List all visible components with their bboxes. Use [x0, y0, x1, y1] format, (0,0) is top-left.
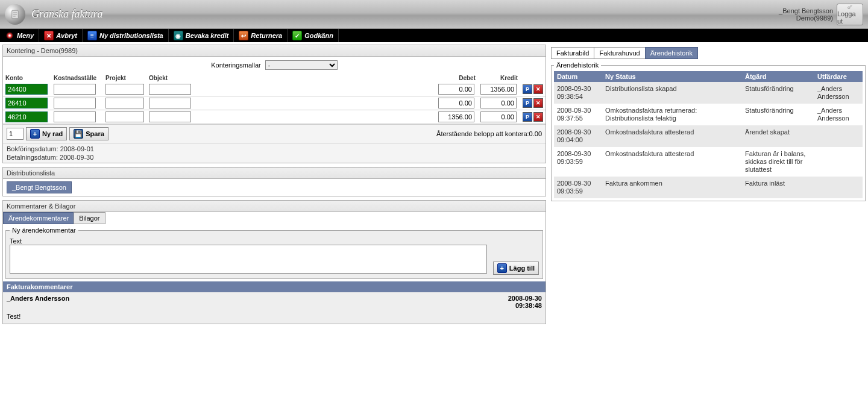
comment-text-label: Text [10, 237, 22, 245]
plus-icon: + [497, 263, 507, 273]
new-distribution-list-button[interactable]: ≡Ny distributionslista [83, 29, 169, 42]
hist-datum: 2008-09-30 09:37:55 [554, 104, 602, 125]
objekt-input[interactable] [149, 111, 191, 122]
list-icon: ≡ [87, 31, 97, 40]
col-konto: Konto [3, 74, 51, 83]
konteringsmallar-label: Konteringsmallar [211, 61, 261, 69]
grid-row: P✕ [3, 96, 546, 110]
history-row: 2008-09-30 09:37:55Omkostnadsfaktura ret… [554, 104, 863, 125]
plus-icon: + [30, 129, 40, 139]
row-delete-button[interactable]: ✕ [533, 112, 543, 122]
comments-header: Kommentarer & Bilagor [3, 201, 546, 212]
comment-body: Test! [3, 312, 546, 324]
invoice-icon [5, 4, 25, 25]
objekt-input[interactable] [149, 98, 191, 108]
hist-col-status: Ny Status [602, 71, 742, 82]
hist-col-utfardare: Utfärdare [814, 71, 863, 82]
distribution-list-header: Distributionslista [3, 168, 546, 179]
menu-button[interactable]: Meny [0, 29, 39, 42]
tab-bilagor[interactable]: Bilagor [74, 212, 105, 224]
fakturakommentarer-bar: Fakturakommentarer [3, 281, 546, 292]
cancel-button[interactable]: ✕Avbryt [39, 29, 83, 42]
konteringsmallar-select[interactable]: - [265, 60, 338, 70]
history-fieldset: Ärendehistorik Datum Ny Status Åtgärd Ut… [551, 61, 866, 201]
kredit-input[interactable] [480, 111, 517, 122]
debet-input[interactable] [438, 98, 474, 108]
projekt-input[interactable] [105, 98, 144, 108]
hist-atgard: Faktura inläst [742, 177, 814, 198]
konto-input[interactable] [5, 98, 48, 108]
col-kostnad: Kostnadsställe [51, 74, 103, 83]
tab-arendehistorik[interactable]: Ärendehistorik [645, 47, 698, 59]
col-projekt: Projekt [103, 74, 146, 83]
hist-col-datum: Datum [554, 71, 602, 82]
history-row: 2008-09-30 09:03:59Faktura ankommenFaktu… [554, 177, 863, 198]
distribution-user-chip[interactable]: _Bengt Bengtsson [7, 181, 72, 193]
projekt-input[interactable] [105, 84, 144, 95]
hist-utfardare [814, 177, 863, 198]
grid-row: P✕ [3, 110, 546, 124]
payment-date: Betalningsdatum: 2008-09-30 [7, 153, 542, 162]
row-delete-button[interactable]: ✕ [533, 98, 543, 108]
titlebar: Granska faktura _Bengt Bengtsson Demo(99… [0, 0, 868, 29]
row-period-button[interactable]: P [523, 98, 532, 108]
return-icon: ↩ [239, 31, 248, 40]
history-row: 2008-09-30 09:03:59Omkostnadsfaktura att… [554, 147, 863, 177]
col-debet: Debet [436, 74, 478, 83]
tab-fakturahuvud[interactable]: Fakturahuvud [594, 47, 645, 59]
debet-input[interactable] [438, 111, 474, 122]
comment-textarea[interactable] [10, 245, 487, 274]
comment-author: _Anders Andersson [7, 295, 69, 309]
remaining-amount: Återstående belopp att kontera:0.00 [436, 130, 542, 137]
col-objekt: Objekt [146, 74, 436, 83]
col-kredit: Kredit [478, 74, 520, 83]
approve-button[interactable]: ✓Godkänn [288, 29, 339, 42]
konto-input[interactable] [5, 84, 48, 95]
hist-atgard: Statusförändring [742, 82, 814, 104]
kredit-input[interactable] [480, 98, 517, 108]
new-row-button[interactable]: +Ny rad [26, 127, 67, 140]
return-button[interactable]: ↩Returnera [234, 29, 288, 42]
kontering-grid: Konto Kostnadsställe Projekt Objekt Debe… [3, 74, 546, 124]
new-comment-legend: Ny ärendekommentar [10, 227, 78, 234]
distribution-list-panel: Distributionslista _Bengt Bengtsson [2, 167, 546, 196]
kostnad-input[interactable] [54, 84, 96, 95]
comments-panel: Kommentarer & Bilagor Ärendekommentarer … [2, 200, 546, 324]
hist-status: Omkostnadsfaktura returnerad: Distributi… [602, 104, 742, 125]
objekt-input[interactable] [149, 84, 191, 95]
swirl-icon [5, 31, 14, 40]
projekt-input[interactable] [105, 111, 144, 122]
hist-status: Distributionslista skapad [602, 82, 742, 104]
row-delete-button[interactable]: ✕ [533, 84, 543, 94]
kredit-input[interactable] [480, 84, 517, 95]
hist-status: Omkostnadsfaktura attesterad [602, 147, 742, 177]
add-comment-button[interactable]: +Lägg till [493, 262, 539, 275]
save-icon: 💾 [74, 129, 83, 139]
tab-arendekommentarer[interactable]: Ärendekommentarer [3, 212, 74, 224]
new-comment-fieldset: Ny ärendekommentar Text +Lägg till [5, 227, 543, 279]
hist-col-atgard: Åtgärd [742, 71, 814, 82]
key-icon [845, 4, 855, 10]
eye-icon: ◉ [174, 31, 183, 40]
kostnad-input[interactable] [54, 98, 96, 108]
hist-datum: 2008-09-30 09:03:59 [554, 177, 602, 198]
tab-fakturabild[interactable]: Fakturabild [551, 47, 594, 59]
debet-input[interactable] [438, 84, 474, 95]
save-button[interactable]: 💾Spara [69, 127, 108, 140]
user-info: _Bengt Bengtsson Demo(9989) [779, 7, 833, 22]
row-period-button[interactable]: P [523, 84, 532, 94]
hist-utfardare: _Anders Andersson [814, 104, 863, 125]
hist-atgard: Fakturan är i balans, skickas direkt til… [742, 147, 814, 177]
row-period-button[interactable]: P [523, 112, 532, 122]
hist-datum: 2008-09-30 09:04:00 [554, 125, 602, 147]
hist-utfardare [814, 125, 863, 147]
hist-status: Omkostnadsfaktura attesterad [602, 125, 742, 147]
history-legend: Ärendehistorik [554, 61, 601, 69]
watch-credit-button[interactable]: ◉Bevaka kredit [169, 29, 234, 42]
check-icon: ✓ [292, 31, 302, 40]
logout-button[interactable]: Logga ut [837, 4, 863, 25]
konto-input[interactable] [5, 111, 48, 122]
kostnad-input[interactable] [54, 111, 96, 122]
rows-to-add-input[interactable] [7, 128, 24, 140]
history-table: Datum Ny Status Åtgärd Utfärdare 2008-09… [554, 71, 863, 198]
